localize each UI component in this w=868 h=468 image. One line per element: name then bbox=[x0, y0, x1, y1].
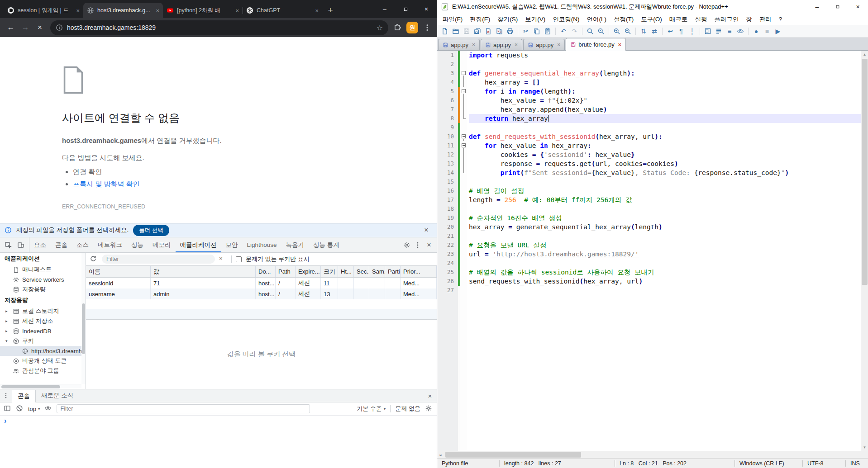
fold-box-icon[interactable] bbox=[462, 134, 466, 138]
save-all-icon[interactable] bbox=[472, 26, 482, 36]
select-folder-button[interactable]: 폴더 선택 bbox=[133, 225, 169, 236]
code-line[interactable]: hex_array = generate_sequential_hex_arra… bbox=[469, 222, 861, 232]
devtools-tab[interactable]: 애플리케이션 bbox=[176, 237, 221, 252]
code-line[interactable]: send_requests_with_sessionid(hex_array, … bbox=[469, 277, 861, 286]
browser-tab[interactable]: [python] 2차원 배× bbox=[163, 3, 243, 18]
devtools-tab[interactable]: 콘솔 bbox=[51, 237, 72, 252]
eye-icon[interactable] bbox=[44, 405, 52, 413]
code-line[interactable] bbox=[469, 123, 861, 132]
fold-toggle[interactable] bbox=[460, 132, 467, 141]
issues-counter[interactable]: 문제 없음 bbox=[395, 405, 420, 413]
scrollbar-thumb[interactable] bbox=[82, 303, 85, 354]
show-all-chars-icon[interactable]: ¶ bbox=[676, 26, 686, 36]
sidebar-item[interactable]: 매니페스트 bbox=[0, 265, 86, 274]
horizontal-scrollbar[interactable]: ◂ ▸ bbox=[437, 451, 868, 458]
column-header[interactable]: 크기 bbox=[321, 266, 338, 277]
code-line[interactable]: for i in range(length): bbox=[469, 87, 861, 96]
clear-filter-icon[interactable]: × bbox=[219, 255, 227, 263]
sidebar-item[interactable]: 저장용량 bbox=[0, 284, 86, 294]
extensions-puzzle-icon[interactable] bbox=[393, 24, 401, 32]
menu-item[interactable]: 관리 bbox=[756, 14, 775, 24]
sync-horizontal-icon[interactable]: ⇄ bbox=[649, 26, 659, 36]
editor-tab[interactable]: app.py× bbox=[481, 39, 522, 50]
menu-item[interactable]: 실행 bbox=[691, 14, 711, 24]
refresh-icon[interactable] bbox=[90, 255, 98, 263]
menu-item[interactable]: 인코딩(N) bbox=[549, 14, 583, 24]
infobar-close-icon[interactable]: × bbox=[420, 226, 432, 234]
column-header[interactable]: Sec... bbox=[354, 266, 369, 277]
url-text[interactable]: host3.dreamhack.games:18829 bbox=[67, 24, 372, 31]
copy-icon[interactable] bbox=[532, 26, 542, 36]
devtools-tab[interactable]: 메모리 bbox=[148, 237, 176, 252]
context-selector[interactable]: top▾ bbox=[28, 406, 40, 412]
inspect-element-icon[interactable] bbox=[3, 240, 14, 251]
menu-item[interactable]: ? bbox=[775, 15, 786, 24]
scroll-right-icon[interactable]: ▸ bbox=[437, 451, 444, 459]
proxy-firewall-link[interactable]: 프록시 및 방화벽 확인 bbox=[73, 180, 140, 188]
editor-tab[interactable]: app.py× bbox=[523, 39, 565, 50]
menu-item[interactable]: 플러그인 bbox=[711, 14, 742, 24]
code-line[interactable]: # 배열 길이 설정 bbox=[469, 186, 861, 195]
stop-macro-icon[interactable]: ■ bbox=[762, 26, 772, 36]
fold-toggle[interactable] bbox=[460, 69, 467, 78]
tab-close-icon[interactable]: × bbox=[515, 42, 518, 48]
editor-tab[interactable]: app.py× bbox=[438, 39, 480, 50]
close-all-icon[interactable] bbox=[494, 26, 504, 36]
new-file-icon[interactable] bbox=[440, 26, 450, 36]
menu-item[interactable]: 설정(T) bbox=[610, 14, 637, 24]
scrollbar-thumb[interactable] bbox=[445, 452, 581, 458]
back-button[interactable]: ← bbox=[4, 20, 18, 35]
tree-arrow-icon[interactable]: ▸ bbox=[5, 329, 10, 333]
whats-new-tab[interactable]: 새로운 소식 bbox=[36, 389, 79, 402]
code-line[interactable] bbox=[469, 177, 861, 186]
maximize-button[interactable] bbox=[395, 0, 416, 18]
bookmark-star-icon[interactable]: ☆ bbox=[377, 24, 383, 32]
monitor-icon[interactable] bbox=[735, 26, 745, 36]
word-wrap-icon[interactable]: ↩ bbox=[665, 26, 675, 36]
issues-only-checkbox[interactable] bbox=[236, 256, 242, 262]
cookie-filter-input[interactable] bbox=[102, 255, 215, 264]
close-file-icon[interactable] bbox=[483, 26, 493, 36]
profile-avatar[interactable]: 원 bbox=[406, 22, 418, 33]
paste-icon[interactable] bbox=[543, 26, 553, 36]
sidebar-item[interactable]: ▸세션 저장소 bbox=[0, 316, 86, 326]
devtools-tab[interactable]: 녹음기 bbox=[281, 237, 309, 252]
devtools-close-icon[interactable]: × bbox=[423, 241, 435, 249]
sidebar-item[interactable]: 관심분야 그룹 bbox=[0, 366, 86, 376]
console-settings-gear-icon[interactable] bbox=[425, 405, 433, 413]
sidebar-vertical-scrollbar[interactable] bbox=[81, 253, 86, 384]
code-line[interactable] bbox=[469, 259, 861, 268]
redo-icon[interactable]: ↷ bbox=[569, 26, 579, 36]
menu-item[interactable]: 창 bbox=[742, 14, 756, 24]
minimize-button[interactable]: – bbox=[807, 0, 827, 14]
console-filter-input[interactable] bbox=[57, 404, 310, 413]
open-folder-icon[interactable] bbox=[451, 26, 461, 36]
doc-list-icon[interactable] bbox=[714, 26, 724, 36]
column-header[interactable]: 값 bbox=[151, 266, 256, 277]
log-levels-selector[interactable]: 기본 수준▾ bbox=[357, 405, 386, 413]
code-line[interactable] bbox=[469, 286, 861, 295]
code-line[interactable]: import requests bbox=[469, 51, 861, 60]
column-header[interactable]: Prior... bbox=[401, 266, 437, 277]
column-header[interactable]: Do... bbox=[256, 266, 276, 277]
code-line[interactable]: for hex_value in hex_array: bbox=[469, 141, 861, 150]
fold-box-icon[interactable] bbox=[462, 89, 466, 93]
devtools-tab[interactable]: 보안 bbox=[221, 237, 243, 252]
column-header[interactable]: 이름 bbox=[86, 266, 151, 277]
column-header[interactable]: Parti... bbox=[385, 266, 401, 277]
browser-tab[interactable]: session | 워게임 | 드× bbox=[4, 3, 83, 18]
tab-close-icon[interactable]: × bbox=[618, 42, 621, 48]
address-bar[interactable]: host3.dreamhack.games:18829 ☆ bbox=[50, 20, 388, 35]
find-icon[interactable] bbox=[585, 26, 595, 36]
console-tab[interactable]: 콘솔 bbox=[12, 390, 36, 402]
console-prompt[interactable]: › bbox=[0, 416, 437, 426]
code-line[interactable]: url = 'http://host3.dreamhack.games:1882… bbox=[469, 250, 861, 259]
cut-icon[interactable]: ✂ bbox=[521, 26, 531, 36]
fold-toggle[interactable] bbox=[460, 141, 467, 150]
editor-tab[interactable]: brute force.py× bbox=[566, 38, 626, 51]
scrollbar-thumb[interactable] bbox=[1, 385, 60, 388]
column-header[interactable]: Sam... bbox=[369, 266, 385, 277]
tree-arrow-icon[interactable]: ▸ bbox=[5, 309, 10, 313]
sidebar-item[interactable]: ▾쿠키 bbox=[0, 336, 86, 346]
devtools-tab[interactable]: Lighthouse bbox=[243, 237, 281, 252]
